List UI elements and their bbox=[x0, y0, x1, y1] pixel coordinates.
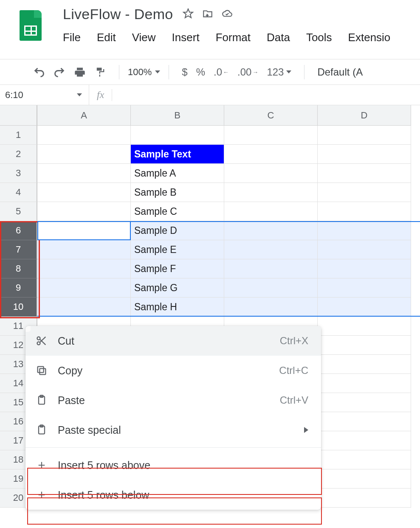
cell-B8[interactable]: Sample F bbox=[131, 259, 224, 278]
ctx-paste-special-label: Paste special bbox=[58, 424, 121, 436]
decrease-decimals-button[interactable]: .0← bbox=[209, 66, 233, 78]
ctx-insert-rows-above[interactable]: + Insert 5 rows above bbox=[25, 450, 321, 480]
cell-B10[interactable]: Sample H bbox=[131, 298, 224, 317]
row-header-9[interactable]: 9 bbox=[0, 278, 37, 298]
ctx-insert-above-label: Insert 5 rows above bbox=[58, 459, 150, 472]
number-format-dropdown[interactable]: 123 bbox=[262, 66, 296, 78]
svg-rect-3 bbox=[39, 368, 45, 374]
ctx-insert-rows-below[interactable]: + Insert 5 rows below bbox=[25, 480, 321, 508]
row-header-4[interactable]: 4 bbox=[0, 183, 37, 202]
column-header-b[interactable]: B bbox=[131, 105, 224, 125]
column-header-d[interactable]: D bbox=[318, 105, 411, 125]
cell-B3[interactable]: Sample A bbox=[131, 164, 224, 183]
svg-marker-0 bbox=[183, 9, 193, 18]
ctx-cut[interactable]: Cut Ctrl+X bbox=[25, 326, 321, 356]
star-icon[interactable] bbox=[183, 8, 194, 21]
chevron-down-icon bbox=[77, 93, 82, 96]
format-currency-button[interactable]: $ bbox=[178, 66, 192, 78]
svg-point-2 bbox=[37, 342, 40, 345]
row-header-1[interactable]: 1 bbox=[0, 126, 37, 145]
increase-decimals-button[interactable]: .00→ bbox=[233, 66, 262, 78]
formula-input[interactable] bbox=[112, 85, 420, 105]
plus-icon: + bbox=[36, 488, 48, 502]
ctx-insert-below-label: Insert 5 rows below bbox=[58, 489, 149, 501]
row-header-2[interactable]: 2 bbox=[0, 145, 37, 164]
svg-rect-4 bbox=[38, 367, 44, 373]
sheets-logo-icon bbox=[20, 10, 42, 41]
row-header-6[interactable]: 6 bbox=[0, 221, 37, 240]
ctx-copy-shortcut: Ctrl+C bbox=[279, 365, 308, 376]
row-header-10[interactable]: 10 bbox=[0, 298, 37, 317]
name-box-value: 6:10 bbox=[5, 90, 23, 101]
formula-bar-row: 6:10 fx bbox=[0, 85, 420, 105]
document-title[interactable]: LiveFlow - Demo bbox=[63, 6, 173, 22]
menu-format[interactable]: Format bbox=[216, 31, 251, 44]
font-dropdown[interactable]: Default (A bbox=[313, 66, 367, 78]
menu-tools[interactable]: Tools bbox=[306, 31, 332, 44]
row-header-7[interactable]: 7 bbox=[0, 240, 37, 259]
chevron-down-icon bbox=[286, 70, 291, 73]
copy-icon bbox=[36, 365, 48, 376]
chevron-right-icon bbox=[304, 427, 308, 433]
column-header-c[interactable]: C bbox=[224, 105, 318, 125]
cell-B4[interactable]: Sample B bbox=[131, 183, 224, 202]
ctx-copy[interactable]: Copy Ctrl+C bbox=[25, 356, 321, 385]
menu-file[interactable]: File bbox=[63, 31, 81, 44]
chevron-down-icon bbox=[155, 70, 160, 73]
row-header-8[interactable]: 8 bbox=[0, 259, 37, 278]
toolbar: 100% $ % .0← .00→ 123 Default (A bbox=[0, 59, 420, 85]
menu-data[interactable]: Data bbox=[267, 31, 290, 44]
redo-button[interactable] bbox=[49, 66, 70, 78]
cell-B6[interactable]: Sample D bbox=[131, 221, 224, 240]
select-all-corner[interactable] bbox=[0, 105, 37, 126]
ctx-paste-shortcut: Ctrl+V bbox=[280, 394, 308, 406]
row-header-5[interactable]: 5 bbox=[0, 202, 37, 221]
cell-B2[interactable]: Sample Text bbox=[131, 145, 224, 164]
menu-insert[interactable]: Insert bbox=[172, 31, 200, 44]
cloud-status-icon[interactable] bbox=[222, 8, 233, 21]
ctx-cut-shortcut: Ctrl+X bbox=[280, 335, 308, 347]
column-header-row: A B C D bbox=[0, 105, 420, 126]
paint-format-button[interactable] bbox=[90, 66, 110, 78]
zoom-value: 100% bbox=[128, 67, 152, 78]
print-button[interactable] bbox=[70, 66, 90, 78]
clipboard-icon bbox=[36, 424, 48, 436]
format-percent-button[interactable]: % bbox=[192, 66, 209, 78]
fx-label: fx bbox=[89, 89, 112, 101]
cell-B5[interactable]: Sample C bbox=[131, 202, 224, 221]
ctx-cut-label: Cut bbox=[58, 335, 74, 347]
clipboard-icon bbox=[36, 394, 48, 406]
context-menu-divider bbox=[25, 447, 321, 448]
cell-B7[interactable]: Sample E bbox=[131, 240, 224, 259]
menu-extensions[interactable]: Extensio bbox=[348, 31, 391, 44]
name-box[interactable]: 6:10 bbox=[0, 85, 89, 105]
ctx-paste-label: Paste bbox=[58, 394, 85, 407]
ctx-paste-special[interactable]: Paste special bbox=[25, 415, 321, 445]
menu-bar: File Edit View Insert Format Data Tools … bbox=[63, 31, 390, 44]
scissors-icon bbox=[36, 335, 48, 347]
plus-icon: + bbox=[36, 458, 48, 472]
row-header-3[interactable]: 3 bbox=[0, 164, 37, 183]
svg-point-1 bbox=[37, 337, 40, 340]
context-menu: Cut Ctrl+X Copy Ctrl+C Paste Ctrl+V Past… bbox=[25, 326, 321, 508]
undo-button[interactable] bbox=[29, 66, 49, 78]
cell-B9[interactable]: Sample G bbox=[131, 278, 224, 298]
document-header: LiveFlow - Demo File Edit View Insert Fo… bbox=[0, 0, 420, 59]
move-folder-icon[interactable] bbox=[202, 8, 213, 21]
menu-edit[interactable]: Edit bbox=[97, 31, 116, 44]
ctx-copy-label: Copy bbox=[58, 365, 82, 377]
menu-view[interactable]: View bbox=[132, 31, 156, 44]
column-header-a[interactable]: A bbox=[37, 105, 131, 125]
ctx-paste[interactable]: Paste Ctrl+V bbox=[25, 385, 321, 415]
zoom-dropdown[interactable]: 100% bbox=[128, 67, 160, 78]
